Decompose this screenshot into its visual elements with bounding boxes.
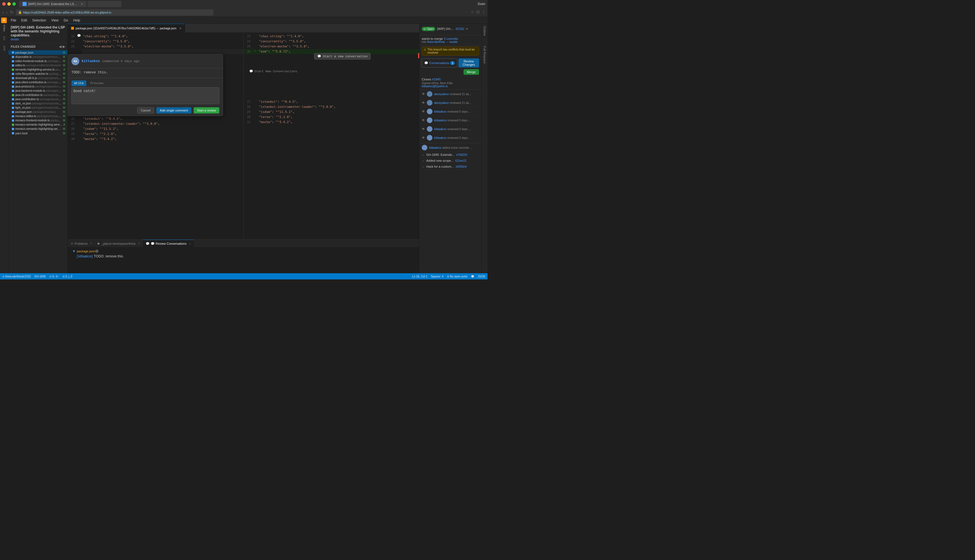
- panel-tab-terminal-close[interactable]: ✕: [138, 242, 140, 245]
- file-item-java-protocol[interactable]: java-protocol.ts packages/java/src/bro..…: [8, 84, 67, 88]
- address-box[interactable]: 🔒 https://ca9204d2-25d9-4ebc-a65e-e2140b…: [16, 9, 213, 15]
- file-item-download-jdt[interactable]: download-jdt-ls.js packages/java/scripts…: [8, 76, 67, 80]
- browser-tab[interactable]: [WIP] GH-1845: Extended the LSP with the…: [19, 1, 87, 7]
- file-item-yarn-lock[interactable]: yarn.lock M: [8, 131, 67, 135]
- sidebar-details-link[interactable]: details: [11, 38, 65, 41]
- reviewer-name-4[interactable]: kittaakos: [434, 118, 446, 122]
- reload-button[interactable]: ↻: [10, 10, 13, 15]
- close-button[interactable]: [2, 2, 6, 6]
- menu-file[interactable]: File: [8, 18, 18, 23]
- status-branch-info[interactable]: ⊙ theia-ide/theia#2332: [2, 275, 31, 278]
- commit-text-2[interactable]: Added new scope...: [426, 159, 453, 162]
- pr-commits-link[interactable]: 3 commits: [444, 37, 458, 40]
- info-icon[interactable]: ⓘ: [476, 10, 480, 15]
- git-icon[interactable]: Git: [1, 35, 8, 42]
- next-change-icon[interactable]: ▶: [63, 45, 65, 48]
- start-new-conversation-tooltip[interactable]: 💬 Start a new conversation: [314, 53, 371, 60]
- back-button[interactable]: ‹: [2, 10, 4, 15]
- file-dot-java-client: [12, 81, 14, 83]
- cancel-button[interactable]: Cancel: [137, 107, 154, 113]
- file-item-light-vs[interactable]: light_vs.json packages/monaco/data/m... …: [8, 105, 67, 110]
- maximize-button[interactable]: [12, 2, 16, 6]
- reviewer-name-3[interactable]: kittaakos: [434, 110, 446, 113]
- file-item-package-json[interactable]: package.json M: [8, 50, 67, 55]
- panel-tab-problems[interactable]: ⚠ Problems ✕: [68, 240, 95, 248]
- file-item-semantic[interactable]: semantic-highlighting-service.ts pac... …: [8, 67, 67, 72]
- menu-go[interactable]: Go: [61, 18, 70, 23]
- panel-tab-terminal[interactable]: ▶ _gitpod /workspace/theia ✕: [95, 240, 143, 248]
- file-item-java-cli[interactable]: java-cli-contribution.ts packages/java/.…: [8, 93, 67, 97]
- tab-close-icon[interactable]: ✕: [81, 3, 83, 6]
- file-item-monaco-semantic-2[interactable]: monaco-semantic-highlighting-servi... M: [8, 127, 67, 131]
- file-item-monaco-semantic-1[interactable]: monaco-semantic-highlighting-servi... A: [8, 122, 67, 127]
- file-item-monaco-frontend[interactable]: monaco-frontend-module.ts package... M: [8, 118, 67, 122]
- commit-hash-1[interactable]: e7b8224: [456, 153, 467, 157]
- pr-email[interactable]: kittaakos@typefox.io: [422, 85, 479, 88]
- menu-edit[interactable]: Edit: [19, 18, 29, 23]
- reviewer-name-5[interactable]: kittaakos: [434, 127, 446, 131]
- diff-icon[interactable]: Diff: [1, 45, 8, 52]
- pr-branch-link[interactable]: master: [449, 40, 458, 43]
- panel-tab-review-close[interactable]: ✕: [189, 242, 191, 245]
- start-new-conversations-label: Start New Conversations: [254, 70, 297, 73]
- editor-tab-close-icon[interactable]: ✕: [179, 27, 182, 30]
- start-review-button[interactable]: Start a review: [193, 107, 219, 113]
- pr-closes-link[interactable]: #1845: [432, 78, 441, 81]
- file-item-package-json-2[interactable]: package.json packages/monaco M: [8, 110, 67, 114]
- review-changes-button[interactable]: Review Changes: [458, 58, 479, 67]
- panel-collapse-icon[interactable]: ▼: [72, 249, 76, 253]
- panel-comment-text: TODO: remove this.: [94, 254, 123, 258]
- right-line-24: 24 "concurrently": "^3.5.0",: [243, 39, 419, 44]
- full-request-panel-icon[interactable]: Full Request: [482, 45, 487, 65]
- committer-name[interactable]: kittaakos: [429, 146, 441, 149]
- status-errors[interactable]: ⊙ 0↓ 0↑: [49, 275, 59, 278]
- comment-reply-tabs: Write Preview: [68, 79, 223, 87]
- file-item-java-contribution[interactable]: java-contribution.ts packages/java/src/.…: [8, 97, 67, 101]
- commit-hash-3[interactable]: 18450e9: [456, 165, 467, 168]
- files-icon[interactable]: Files: [1, 25, 8, 32]
- merge-button[interactable]: Merge: [463, 69, 479, 75]
- comment-reply-textarea[interactable]: Good catch!: [72, 87, 219, 104]
- prev-change-icon[interactable]: ◀: [59, 45, 62, 48]
- comment-preview-tab[interactable]: Preview: [88, 80, 106, 86]
- file-item-monaco-editor[interactable]: monaco-editor.ts packages/monaco/src/...…: [8, 114, 67, 118]
- forward-button[interactable]: ›: [6, 10, 7, 15]
- minimize-button[interactable]: [7, 2, 11, 6]
- outline-panel-icon[interactable]: Outline: [482, 25, 487, 37]
- status-language[interactable]: JSON: [478, 275, 485, 278]
- file-item-editor-ts[interactable]: editor.ts packages/editor/src/browser M: [8, 63, 67, 67]
- review-item-info-5: kittaakos reviewed 5 days ...: [434, 127, 479, 131]
- panel-tab-problems-close[interactable]: ✕: [90, 242, 92, 245]
- status-git-branch[interactable]: GH-1845: [34, 275, 46, 278]
- file-item-disposable-ts[interactable]: disposable.ts packages/core/src/common M: [8, 55, 67, 59]
- reviewer-name-6[interactable]: kittaakos: [434, 136, 446, 140]
- pr-sync-icon[interactable]: ⟳: [466, 27, 468, 30]
- file-name-editor-ts: editor.ts packages/editor/src/browser: [15, 64, 62, 67]
- comment-write-tab[interactable]: Write: [72, 80, 87, 86]
- status-chat-icon[interactable]: 💬: [471, 275, 474, 278]
- reviewer-name-1[interactable]: akosyakov: [434, 92, 449, 96]
- file-item-dark-vs[interactable]: dark_vs.json packages/monaco/data/m... M: [8, 101, 67, 105]
- menu-icon[interactable]: ⋮: [482, 10, 485, 15]
- commit-hash-2[interactable]: 621ee23: [455, 159, 466, 162]
- file-item-java-backend[interactable]: java-backend-module.ts packages/jav... M: [8, 88, 67, 93]
- window-user: Sven: [478, 2, 485, 6]
- panel-tab-review[interactable]: 💬 💬 Review Conversations ✕: [143, 240, 194, 248]
- editor-tab-package-json[interactable]: package.json (322e9307144536c3578cc7c843…: [68, 24, 185, 33]
- reviewer-name-2[interactable]: akosyakov: [434, 101, 449, 105]
- menu-help[interactable]: Help: [71, 18, 82, 23]
- menu-view[interactable]: View: [49, 18, 61, 23]
- file-item-nsfw[interactable]: nsfw-filesystem-watcher.ts packages... M: [8, 72, 67, 76]
- file-item-editor-frontend[interactable]: editor-frontend-module.ts packages/e... …: [8, 59, 67, 63]
- add-single-comment-button[interactable]: Add single comment: [157, 107, 192, 113]
- conversations-button[interactable]: 💬 Conversations 1: [422, 58, 457, 67]
- commit-text-3[interactable]: Hack for a custom...: [426, 165, 454, 168]
- pr-repo-link[interactable]: theia-ide/theia: [427, 40, 445, 43]
- status-spaces[interactable]: Spaces: 4: [431, 275, 443, 278]
- menu-selection[interactable]: Selection: [30, 18, 48, 23]
- bookmark-icon[interactable]: ☆: [471, 10, 474, 15]
- file-item-java-client[interactable]: java-client-contribution.ts packages/j..…: [8, 80, 67, 84]
- commit-text-1[interactable]: GH-1845: Extende...: [426, 153, 455, 157]
- status-ports[interactable]: ⊘ No open ports: [447, 275, 468, 278]
- status-issues[interactable]: ⊙ 0 △ 0: [62, 275, 72, 278]
